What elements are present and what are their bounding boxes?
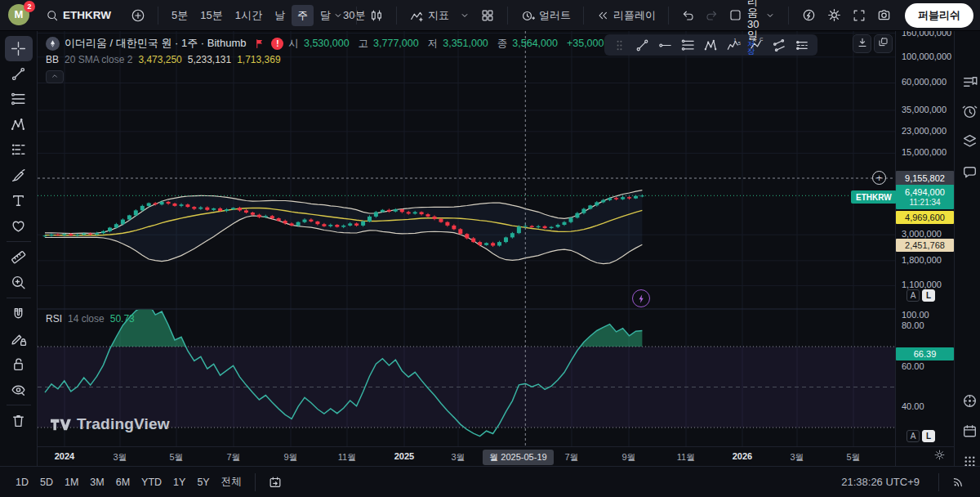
range-button-5D[interactable]: 5D [34,473,59,491]
float-tool-elliott-wave-button[interactable]: 15 [726,38,742,53]
time-axis[interactable]: 20243월5월7월9월11월20253월7월9월11월20263월5월월 20… [38,446,895,466]
rsi-name[interactable]: RSI [46,313,62,325]
scope-button[interactable] [960,391,979,410]
range-button-1M[interactable]: 1M [59,473,84,491]
gear-icon[interactable] [933,449,946,464]
tool-trend-line-button[interactable] [5,61,33,87]
interval-button-5분[interactable]: 5분 [166,5,194,26]
layout-dropdown-button[interactable] [760,7,781,25]
symbol-title[interactable]: 이더리움 / 대한민국 원 · 1주 · Bithumb [65,36,246,51]
search-icon [46,9,59,22]
indicator-templates-button[interactable] [454,7,475,25]
tool-emoji-button[interactable] [5,213,33,239]
signal-icon [951,475,965,489]
rsi-indicator-legend[interactable]: RSI 14 close 50.73 [46,313,135,325]
range-button-5Y[interactable]: 5Y [191,473,215,491]
tool-xabcd-pattern-button[interactable] [5,112,33,137]
settings-button[interactable] [822,4,847,26]
log-scale-button[interactable]: L [922,289,935,302]
float-tool-xabcd-pattern-button[interactable] [703,38,719,53]
save-label[interactable]: 저장 [747,41,760,56]
tool-draw-lock-button[interactable] [5,326,33,351]
drag-handle[interactable] [612,38,627,53]
range-button-YTD[interactable]: YTD [136,473,167,491]
calendar-button[interactable] [960,421,979,441]
toolbar-divider [507,7,508,25]
bb-indicator-legend[interactable]: BB 20 SMA close 2 3,473,250 5,233,131 1,… [46,54,281,65]
interval-button-15분[interactable]: 15분 [194,5,228,26]
user-menu-button[interactable]: M 2 [8,4,31,27]
auto-scale-button[interactable]: A [906,430,920,442]
chat-button[interactable] [960,162,979,181]
symbol-search-button[interactable]: ETHKRW [41,6,116,25]
tool-zoom-in-button[interactable] [5,270,33,295]
range-button-3M[interactable]: 3M [84,473,109,491]
restore-pane-button[interactable] [874,34,893,53]
fullscreen-button[interactable] [847,5,871,26]
chart-style-button[interactable] [364,5,389,26]
axis-settings-corner[interactable] [895,446,954,466]
indicator-icon [409,8,424,23]
interval-button-1시간[interactable]: 1시간 [229,5,268,26]
tool-crosshair-button[interactable] [5,36,33,61]
compare-add-button[interactable] [126,5,150,26]
undo-button[interactable] [676,5,700,25]
tool-lock-button[interactable] [5,351,33,377]
download-button[interactable] [853,34,871,53]
bb-name[interactable]: BB [46,54,59,65]
tool-ruler-button[interactable] [5,244,33,270]
float-tool-trend-line-button[interactable] [635,38,650,53]
boost-button[interactable] [632,289,650,307]
symbol-legend[interactable]: 이더리움 / 대한민국 원 · 1주 · Bithumb ! 시3,530,00… [46,36,648,51]
indicators-button[interactable]: 지표 [404,5,454,26]
alert-clock-icon [520,8,535,23]
add-alert-at-price-button[interactable]: + [872,171,886,185]
float-tool-fib-retracement-button[interactable] [680,38,696,53]
layout-grid-button[interactable] [475,5,500,26]
alert-button[interactable]: 얼러트 [515,5,576,26]
connection-status-button[interactable] [947,472,970,492]
float-tool-parallel-channel-button[interactable] [772,38,787,53]
tool-brush-button[interactable] [5,163,33,188]
session-clock[interactable]: 21:38:26 UTC+9 [841,476,920,488]
replay-button[interactable]: 리플레이 [591,5,661,26]
price-scale[interactable]: 160,000,000100,000,00060,000,00035,000,0… [895,31,954,466]
alerts-button[interactable] [960,101,979,121]
drawing-toolbar [0,31,38,466]
tool-trash-button[interactable] [5,408,33,433]
tool-text-button[interactable] [5,188,33,213]
watchlist-button[interactable] [960,72,979,92]
quick-actions-button[interactable] [796,4,822,26]
svg-text:1: 1 [734,38,737,43]
redo-button[interactable] [700,5,724,25]
tool-forecast-button[interactable] [5,137,33,163]
plus-circle-icon [131,8,145,23]
interval-button-날[interactable]: 날 [269,5,291,26]
layout-menu-button[interactable]: 이더리움 30일 저장 [747,0,760,56]
log-scale-button[interactable]: L [922,430,935,442]
auto-scale-button[interactable]: A [906,289,920,302]
flag-icon[interactable] [254,38,266,50]
collapse-legend-button[interactable] [46,70,64,83]
tool-magnet-button[interactable] [5,301,33,326]
checkbox-icon [728,8,742,22]
range-button-6M[interactable]: 6M [110,473,136,491]
interval-expand-button[interactable] [327,7,349,25]
layers-button[interactable] [960,131,979,150]
range-button-전체[interactable]: 전체 [216,472,247,492]
range-button-1D[interactable]: 1D [10,473,34,491]
right-sidebar [954,31,980,466]
layout-select-checkbox[interactable] [724,5,747,25]
tool-hide-button[interactable] [5,377,33,402]
time-tick: 2024 [42,451,87,461]
snapshot-button[interactable] [871,4,897,26]
tool-fib-retracement-button[interactable] [5,87,33,112]
float-tool-flat-channel-button[interactable] [795,38,810,53]
publish-button[interactable]: 퍼블리쉬 [905,3,973,28]
alert-warning-icon[interactable]: ! [271,38,283,50]
go-to-date-button[interactable] [263,472,287,493]
rsi-value: 50.73 [110,313,135,325]
interval-button-주[interactable]: 주 [292,5,314,26]
range-button-1Y[interactable]: 1Y [167,473,191,491]
float-tool-horizontal-line-button[interactable] [657,38,673,53]
